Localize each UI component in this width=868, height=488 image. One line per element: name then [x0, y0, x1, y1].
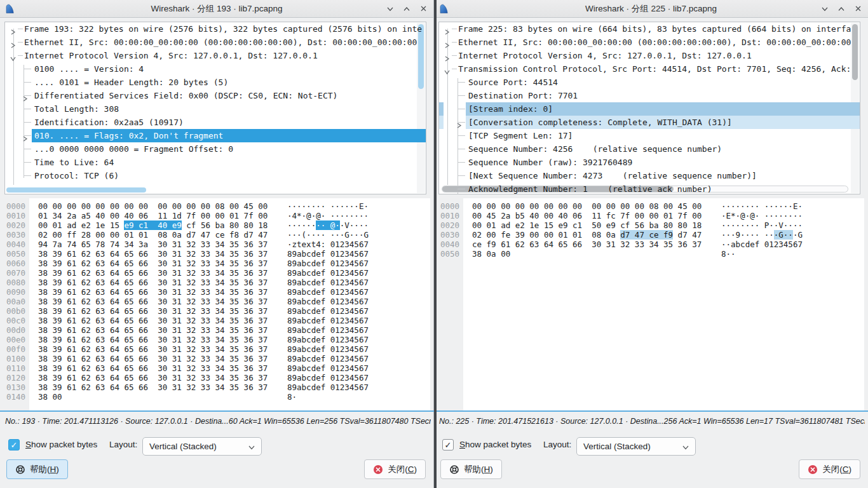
close-button[interactable]: 关闭(C)	[799, 459, 860, 479]
titlebar[interactable]: Wireshark · 分组 225 · lib7.pcapng	[434, 0, 868, 18]
tree-row[interactable]: Time to Live: 64	[5, 156, 426, 169]
hex-bytes: 02 00 fe 39 00 00 01 01 08 0a d7 47 ce f…	[472, 230, 706, 240]
chevron-down-icon[interactable]	[821, 5, 829, 13]
tree-row[interactable]: .... 0101 = Header Length: 20 bytes (5)	[5, 76, 426, 89]
tree-row[interactable]: Internet Protocol Version 4, Src: 127.0.…	[5, 49, 426, 62]
tree-row[interactable]: Transmission Control Protocol, Src Port:…	[439, 62, 860, 76]
chevron-up-icon[interactable]	[403, 5, 410, 13]
titlebar[interactable]: Wireshark · 分组 193 · lib7.pcapng	[0, 0, 433, 18]
scrollbar-thumb[interactable]	[418, 24, 424, 89]
tree-row-label: ...0 0000 0000 0000 = Fragment Offset: 0	[5, 144, 233, 154]
hex-row[interactable]: 012038 39 61 62 63 64 65 66 30 31 32 33 …	[0, 373, 430, 383]
hex-row[interactable]: 007038 39 61 62 63 64 65 66 30 31 32 33 …	[0, 268, 430, 278]
tree-row[interactable]: [Stream index: 0]	[439, 102, 860, 116]
hex-row[interactable]: 00c038 39 61 62 63 64 65 66 30 31 32 33 …	[0, 316, 430, 325]
show-packet-bytes-checkbox[interactable]: ✓	[442, 439, 454, 451]
wireshark-icon	[4, 3, 17, 15]
show-packet-bytes-label[interactable]: Show packet bytes	[25, 440, 97, 449]
hex-row[interactable]: 003002 00 ff 28 00 00 01 01 08 0a d7 47 …	[0, 230, 430, 240]
scrollbar-thumb[interactable]	[852, 24, 858, 80]
chevron-down-icon[interactable]	[386, 5, 394, 13]
show-packet-bytes-checkbox[interactable]: ✓	[8, 439, 20, 451]
hex-ascii: 89abcdef 01234567	[287, 268, 369, 278]
hex-offset: 0140	[0, 392, 29, 402]
hex-row[interactable]: 00d038 39 61 62 63 64 65 66 30 31 32 33 …	[0, 325, 430, 335]
tree-row[interactable]: 0100 .... = Version: 4	[5, 62, 426, 76]
hex-row[interactable]: 013038 39 61 62 63 64 65 66 30 31 32 33 …	[0, 383, 430, 392]
hex-row[interactable]: 002000 01 ad e2 1e 15 e9 c1 40 e9 cf 56 …	[0, 220, 430, 230]
help-button[interactable]: 帮助(H)	[440, 459, 502, 479]
layout-dropdown[interactable]: Vertical (Stacked)	[576, 437, 696, 456]
expand-icon[interactable]	[444, 39, 450, 52]
hex-row[interactable]: 002000 01 ad e2 1e 15 e9 c1 50 e9 cf 56 …	[434, 220, 864, 230]
packet-detail-tree[interactable]: Frame 193: 322 bytes on wire (2576 bits)…	[4, 22, 426, 194]
tree-vertical-scrollbar[interactable]	[417, 23, 425, 193]
show-packet-bytes-label[interactable]: Show packet bytes	[459, 440, 531, 449]
hex-row[interactable]: 001000 45 2a b5 40 00 40 06 11 fc 7f 00 …	[434, 211, 864, 220]
hex-row[interactable]: 00a038 39 61 62 63 64 65 66 30 31 32 33 …	[0, 297, 430, 306]
expand-icon[interactable]	[444, 25, 450, 39]
tree-row[interactable]: Differentiated Services Field: 0x00 (DSC…	[5, 89, 426, 102]
check-icon: ✓	[11, 440, 18, 450]
expand-icon[interactable]	[456, 119, 462, 132]
hex-row[interactable]: 003002 00 fe 39 00 00 01 01 08 0a d7 47 …	[434, 230, 864, 240]
tree-row[interactable]: Internet Protocol Version 4, Src: 127.0.…	[439, 49, 860, 62]
collapse-icon[interactable]	[440, 69, 454, 75]
hex-row[interactable]: 005038 39 61 62 63 64 65 66 30 31 32 33 …	[0, 249, 430, 259]
tree-row[interactable]: Sequence Number: 4256 (relative sequence…	[439, 142, 860, 156]
expand-icon[interactable]	[22, 92, 28, 105]
tree-row[interactable]: 010. .... = Flags: 0x2, Don't fragment	[5, 129, 426, 142]
tree-row[interactable]: [Next Sequence Number: 4273 (relative se…	[439, 169, 860, 182]
tree-row[interactable]: Protocol: TCP (6)	[5, 169, 426, 182]
tree-row[interactable]: Source Port: 44514	[439, 76, 860, 89]
hex-row[interactable]: 00b038 39 61 62 63 64 65 66 30 31 32 33 …	[0, 306, 430, 316]
tree-row[interactable]: Identification: 0x2aa5 (10917)	[5, 116, 426, 129]
close-icon[interactable]	[854, 5, 862, 13]
tree-row[interactable]: Frame 193: 322 bytes on wire (2576 bits)…	[5, 22, 426, 36]
tree-row[interactable]: Frame 225: 83 bytes on wire (664 bits), …	[439, 22, 860, 36]
hex-row[interactable]: 008038 39 61 62 63 64 65 66 30 31 32 33 …	[0, 278, 430, 287]
tree-row[interactable]: Destination Port: 7701	[439, 89, 860, 102]
hex-row[interactable]: 011038 39 61 62 63 64 65 66 30 31 32 33 …	[0, 363, 430, 373]
tree-row[interactable]: Ethernet II, Src: 00:00:00_00:00:00 (00:…	[439, 36, 860, 49]
chevron-up-icon[interactable]	[837, 5, 845, 13]
packet-detail-tree[interactable]: Frame 225: 83 bytes on wire (664 bits), …	[438, 22, 860, 194]
hex-offset: 0010	[0, 211, 29, 220]
tree-row[interactable]: Ethernet II, Src: 00:00:00_00:00:00 (00:…	[5, 36, 426, 49]
hex-row[interactable]: 006038 39 61 62 63 64 65 66 30 31 32 33 …	[0, 259, 430, 268]
hex-row[interactable]: 00f038 39 61 62 63 64 65 66 30 31 32 33 …	[0, 344, 430, 354]
expand-icon[interactable]	[22, 132, 28, 146]
hex-row[interactable]: 010038 39 61 62 63 64 65 66 30 31 32 33 …	[0, 354, 430, 363]
hex-row[interactable]: 001001 34 2a a5 40 00 40 06 11 1d 7f 00 …	[0, 211, 430, 220]
hex-row[interactable]: 009038 39 61 62 63 64 65 66 30 31 32 33 …	[0, 287, 430, 297]
tree-horizontal-scrollbar[interactable]	[6, 187, 146, 193]
hex-row[interactable]: 000000 00 00 00 00 00 00 00 00 00 00 00 …	[434, 201, 864, 211]
packet-bytes-pane[interactable]: 000000 00 00 00 00 00 00 00 00 00 00 00 …	[0, 198, 430, 410]
expand-icon[interactable]	[10, 39, 16, 52]
tree-row[interactable]: ...0 0000 0000 0000 = Fragment Offset: 0	[5, 142, 426, 156]
help-button[interactable]: 帮助(H)	[6, 459, 68, 479]
close-icon[interactable]	[419, 5, 427, 13]
hex-row[interactable]: 014038 008·	[0, 392, 430, 402]
hex-row[interactable]: 0040ce f9 61 62 63 64 65 66 30 31 32 33 …	[434, 240, 864, 249]
layout-dropdown[interactable]: Vertical (Stacked)	[142, 437, 262, 456]
hex-offset: 0130	[0, 383, 29, 392]
hex-row[interactable]: 000000 00 00 00 00 00 00 00 00 00 00 00 …	[0, 201, 430, 211]
hex-bytes: 00 01 ad e2 1e 15 e9 c1 50 e9 cf 56 ba 8…	[472, 220, 706, 230]
tree-row[interactable]: Total Length: 308	[5, 102, 426, 116]
hex-row[interactable]: 00e038 39 61 62 63 64 65 66 30 31 32 33 …	[0, 335, 430, 344]
close-button[interactable]: 关闭(C)	[364, 459, 426, 479]
expand-icon[interactable]	[444, 52, 450, 65]
hex-ascii: 89abcdef 01234567	[287, 373, 369, 383]
hex-row[interactable]: 004094 7a 74 65 78 74 34 3a 30 31 32 33 …	[0, 240, 430, 249]
tree-row[interactable]: [TCP Segment Len: 17]	[439, 129, 860, 142]
expand-icon[interactable]	[10, 25, 16, 39]
layout-label: Layout:	[109, 440, 137, 449]
hex-row[interactable]: 005038 0a 008··	[434, 249, 864, 259]
packet-bytes-pane[interactable]: 000000 00 00 00 00 00 00 00 00 00 00 00 …	[434, 198, 864, 410]
hex-ascii: ·ztext4: 01234567	[287, 240, 369, 249]
collapse-icon[interactable]	[6, 56, 20, 62]
tree-row[interactable]: Sequence Number (raw): 3921760489	[439, 156, 860, 169]
tree-row[interactable]: [Conversation completeness: Complete, WI…	[439, 116, 860, 129]
hex-offset: 0040	[0, 240, 29, 249]
